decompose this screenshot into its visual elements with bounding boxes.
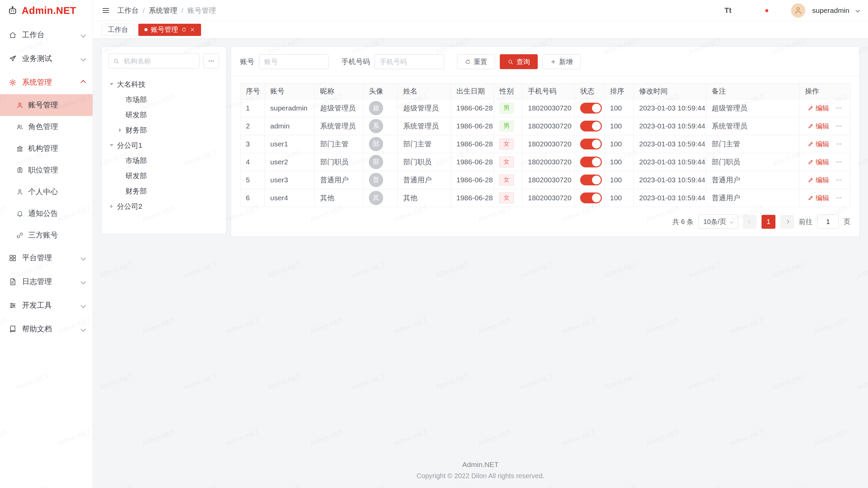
row-account: superadmin [270, 104, 308, 112]
row-actions: 编辑 [805, 158, 845, 167]
tree-node[interactable]: 大名科技 [108, 77, 219, 92]
row-name: 系统管理员 [403, 122, 439, 130]
sidebar-subitem-account-management[interactable]: 账号管理 [0, 94, 93, 116]
footer-copyright: Copyright © 2022 Dilon All rights reserv… [102, 472, 859, 480]
breadcrumb-item[interactable]: 系统管理 [149, 6, 177, 15]
edit-button[interactable]: 编辑 [808, 158, 829, 167]
row-sort: 100 [610, 158, 622, 166]
org-more-button[interactable] [203, 54, 219, 68]
sidebar-item-workbench[interactable]: 工作台 [0, 23, 93, 47]
close-icon[interactable] [190, 27, 195, 32]
row-modified: 2023-01-03 10:59:44 [639, 122, 705, 130]
brand-logo[interactable]: Admin.NET [0, 0, 93, 21]
sidebar-subitem-profile-center[interactable]: 个人中心 [0, 181, 93, 203]
table-cell: 女 [494, 153, 522, 171]
org-search-input[interactable] [108, 54, 199, 68]
edit-button[interactable]: 编辑 [808, 176, 829, 185]
more-actions-button[interactable] [835, 105, 842, 111]
sidebar-item-platform-management[interactable]: 平台管理 [0, 246, 93, 270]
status-toggle[interactable] [580, 121, 602, 131]
edit-button[interactable]: 编辑 [808, 122, 829, 131]
caret-collapsed-icon[interactable] [117, 128, 123, 132]
row-sort: 100 [610, 140, 622, 148]
edit-button[interactable]: 编辑 [808, 140, 829, 149]
sidebar-item-log-management[interactable]: 日志管理 [0, 270, 93, 293]
more-actions-button[interactable] [835, 159, 842, 165]
chevron-down-icon [81, 303, 86, 308]
sidebar-subitem-third-party-account[interactable]: 三方账号 [0, 224, 93, 246]
org-search-row [108, 54, 219, 68]
query-bar: 账号 手机号码 重置 查询 [231, 54, 859, 76]
sidebar-item-business-test[interactable]: 业务测试 [0, 47, 93, 70]
page-1-button[interactable]: 1 [762, 215, 775, 229]
row-actions: 编辑 [805, 104, 845, 113]
next-page-button[interactable] [780, 215, 794, 229]
add-button[interactable]: 新增 [542, 54, 580, 69]
username[interactable]: superadmin [812, 6, 849, 15]
table-cell: 超级管理员 [315, 99, 363, 117]
tree-node[interactable]: 分公司2 [108, 199, 219, 214]
row-nickname: 部门主管 [320, 140, 349, 148]
caret-collapsed-icon[interactable] [108, 204, 115, 208]
edit-button[interactable]: 编辑 [808, 104, 829, 113]
tree-node[interactable]: 财务部 [117, 122, 219, 138]
column-header: 性别 [494, 83, 522, 99]
caret-expanded-icon[interactable] [108, 144, 115, 146]
tree-node-label: 研发部 [125, 171, 147, 181]
status-toggle[interactable] [580, 192, 602, 203]
phone-input[interactable] [375, 54, 444, 69]
footer-brand: Admin.NET [102, 461, 859, 469]
tree-node[interactable]: 市场部 [117, 153, 219, 168]
table-cell: 系 [363, 117, 398, 135]
status-toggle[interactable] [580, 139, 602, 149]
edit-button[interactable]: 编辑 [808, 194, 829, 203]
tree-node[interactable]: 市场部 [117, 92, 219, 107]
user-avatar[interactable] [791, 3, 805, 18]
breadcrumb-item[interactable]: 工作台 [117, 6, 139, 15]
prev-page-button[interactable] [743, 215, 757, 229]
chevron-down-icon [81, 255, 86, 261]
reset-button[interactable]: 重置 [457, 54, 495, 69]
more-icon [208, 58, 215, 64]
sidebar-subitem-org-management[interactable]: 机构管理 [0, 138, 93, 159]
status-toggle[interactable] [580, 157, 602, 167]
caret-expanded-icon[interactable] [108, 83, 115, 85]
chevron-down-icon [730, 220, 733, 223]
search-button[interactable]: 查询 [500, 54, 538, 69]
menu-toggle-icon[interactable] [102, 6, 110, 15]
pagination: 共 6 条 10条/页 1 前往 页 [240, 215, 850, 229]
table-cell: 其他 [398, 189, 451, 207]
row-name: 普通用户 [403, 176, 432, 184]
sidebar: Admin.NET 工作台业务测试系统管理账号管理角色管理机构管理职位管理个人中… [0, 0, 93, 488]
sidebar-item-dev-tools[interactable]: 开发工具 [0, 293, 93, 317]
tab-account-management[interactable]: 账号管理 [138, 24, 201, 36]
sidebar-subitem-role-management[interactable]: 角色管理 [0, 116, 93, 138]
edit-icon [808, 105, 814, 111]
status-toggle[interactable] [580, 103, 602, 114]
status-toggle[interactable] [580, 175, 602, 185]
search-button-label: 查询 [516, 57, 530, 66]
more-actions-button[interactable] [835, 123, 842, 129]
gender-badge: 女 [499, 192, 514, 203]
more-actions-button[interactable] [835, 177, 842, 183]
table-cell: 部门主管 [398, 135, 451, 153]
more-actions-button[interactable] [835, 141, 842, 147]
tree-node[interactable]: 分公司1 [108, 138, 219, 153]
font-size-icon[interactable]: Tt [725, 6, 732, 15]
tree-node[interactable]: 财务部 [117, 183, 219, 199]
sidebar-subitem-position-management[interactable]: 职位管理 [0, 159, 93, 181]
refresh-icon[interactable] [181, 27, 186, 32]
refresh-icon [465, 59, 471, 65]
table-cell: 4 [240, 153, 265, 171]
sidebar-item-help-docs[interactable]: 帮助文档 [0, 317, 93, 341]
tree-node[interactable]: 研发部 [117, 168, 219, 183]
goto-page-input[interactable] [817, 215, 839, 229]
tree-node[interactable]: 研发部 [117, 107, 219, 122]
page-size-select[interactable]: 10条/页 [698, 215, 738, 229]
more-actions-button[interactable] [835, 195, 842, 201]
sidebar-item-system-management[interactable]: 系统管理 [0, 70, 93, 94]
account-input[interactable] [259, 54, 329, 69]
tab-workbench[interactable]: 工作台 [102, 24, 134, 36]
table-cell: 男 [494, 117, 522, 135]
sidebar-subitem-notice-announcement[interactable]: 通知公告 [0, 203, 93, 224]
